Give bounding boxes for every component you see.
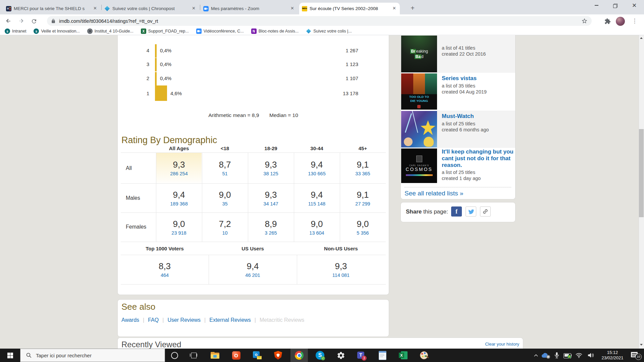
voters-col-header: Top 1000 Voters (121, 246, 209, 251)
tab-imdb-active[interactable]: IMDb Sur écoute (TV Series 2002–2008 ✕ (299, 3, 400, 14)
scrollbar-thumb[interactable] (639, 129, 644, 217)
scrollbar-down-arrow[interactable] (640, 344, 643, 346)
awards-link[interactable]: Awards (121, 317, 139, 323)
votes-link[interactable]: 38 125 (263, 171, 278, 176)
votes-link[interactable]: 51 (222, 171, 227, 176)
avatar[interactable] (616, 17, 625, 26)
tab-chronopost[interactable]: Suivez votre colis | Chronopost ✕ (102, 3, 199, 14)
list-title-link[interactable]: Must-Watch (442, 113, 514, 120)
votes-link[interactable]: 27 299 (355, 201, 370, 206)
votes-link[interactable]: 35 (222, 201, 227, 206)
votes-link[interactable]: 189 368 (170, 201, 187, 206)
copy-link-share-button[interactable] (480, 206, 491, 217)
user-reviews-link[interactable]: User Reviews (167, 317, 201, 323)
poster-must-watch-anime[interactable] (401, 111, 437, 147)
votes-link[interactable]: 3 265 (265, 230, 277, 236)
demo-cell: 9,013 604 (294, 213, 340, 242)
list-title-link[interactable]: Series vistas (442, 75, 514, 82)
volume-icon[interactable] (586, 351, 596, 360)
file-explorer-icon[interactable] (210, 351, 220, 360)
tab-zoom[interactable]: Mes paramètres - Zoom ✕ (201, 3, 298, 14)
clear-history-link[interactable]: Clear your history (472, 342, 519, 347)
close-icon[interactable]: ✕ (391, 6, 397, 11)
twitter-share-button[interactable] (466, 206, 476, 217)
close-icon[interactable]: ✕ (92, 6, 98, 11)
facebook-share-button[interactable]: f (451, 206, 462, 217)
bookmark-institut[interactable]: Institut_4 10-Guide... (87, 28, 133, 34)
votes-link[interactable]: 114 081 (332, 273, 350, 278)
tray-time: 15:12 (598, 350, 627, 355)
bookmark-star-icon[interactable] (581, 18, 588, 24)
demo-row-label: Females (126, 224, 146, 230)
extensions-puzzle-icon[interactable] (603, 17, 612, 25)
teams-icon[interactable]: T 3 (357, 351, 366, 360)
forward-button[interactable] (17, 17, 25, 25)
wifi-icon[interactable] (574, 351, 584, 360)
votes-link[interactable]: 115 148 (308, 201, 325, 206)
minimize-button[interactable] (589, 0, 604, 11)
histogram-bar[interactable] (155, 44, 157, 58)
back-button[interactable] (4, 17, 13, 25)
close-icon[interactable]: ✕ (191, 6, 197, 11)
poster-breaking-bad[interactable]: Breaking Bad (401, 36, 437, 72)
close-window-button[interactable]: ✕ (627, 0, 642, 11)
outlook-icon[interactable]: o (253, 351, 262, 360)
notification-center-icon[interactable]: 10 (630, 351, 642, 360)
list-title-link[interactable]: It'll keep changing but you cant just no… (442, 148, 514, 169)
office-icon[interactable]: O (231, 351, 241, 360)
bookmark-videoconference[interactable]: Vidéoconférence, C... (196, 28, 244, 34)
address-bar[interactable]: imdb.com/title/tt0306414/ratings?ref_=tt… (47, 16, 592, 26)
votes-link[interactable]: 13 604 (309, 230, 324, 236)
cortana-icon[interactable] (170, 351, 179, 360)
excel-icon[interactable]: X (398, 351, 408, 360)
votes-link[interactable]: 33 365 (355, 171, 370, 176)
votes-link[interactable]: 5 356 (357, 230, 369, 236)
votes-link[interactable]: 34 147 (263, 201, 278, 206)
microphone-icon[interactable] (552, 351, 561, 360)
battery-icon[interactable]: ⚡ (563, 351, 572, 360)
votes-link[interactable]: 23 918 (171, 230, 186, 236)
external-reviews-link[interactable]: External Reviews (209, 317, 251, 323)
brave-icon[interactable] (273, 351, 283, 360)
bookmark-veille[interactable]: s Veille et Innovation... (34, 28, 79, 34)
close-icon[interactable]: ✕ (289, 6, 295, 11)
faq-link[interactable]: FAQ (148, 317, 159, 323)
demo-cell: 9,035 (202, 183, 248, 213)
metacritic-reviews-disabled: Metacritic Reviews (260, 317, 304, 323)
demo-col-header: 18-29 (248, 145, 294, 151)
settings-gear-icon[interactable] (336, 351, 345, 360)
tray-chevron-icon[interactable] (531, 351, 541, 360)
scrollbar-up-arrow[interactable] (640, 37, 643, 39)
paint-icon[interactable] (419, 351, 429, 360)
histogram-bar[interactable] (155, 72, 157, 85)
votes-link[interactable]: 46 201 (245, 273, 260, 278)
bookmark-chronopost[interactable]: Suivez votre colis |... (306, 28, 352, 34)
histogram-bar[interactable] (155, 58, 157, 71)
histogram-score: 4 (139, 48, 149, 53)
task-view-icon[interactable] (189, 351, 198, 360)
browser-menu-icon[interactable]: ⋮ (631, 16, 638, 26)
clock[interactable]: 15:12 23/02/2021 (598, 350, 627, 361)
bookmark-bloc-notes[interactable]: N Bloc-notes de Assis... (251, 28, 299, 34)
bookmark-support-foad[interactable]: X Support_FOAD_rep... (141, 28, 189, 34)
tab-mail[interactable]: o MERCI pour la série The SHIELD s ✕ (3, 3, 101, 14)
reload-button[interactable] (30, 17, 38, 25)
notepad-icon[interactable] (378, 351, 387, 360)
histogram-bar[interactable] (155, 85, 167, 101)
chrome-icon[interactable] (294, 351, 304, 360)
poster-cosmos[interactable]: CARL SAGAN'S COSMOS (401, 148, 437, 183)
see-all-related-lists-link[interactable]: See all related lists » (405, 190, 463, 197)
start-button[interactable] (0, 349, 20, 362)
onedrive-icon[interactable] (541, 351, 550, 360)
new-tab-button[interactable]: + (408, 3, 417, 13)
skype-icon[interactable]: S ✓ (315, 351, 325, 360)
votes-link[interactable]: 10 (222, 230, 227, 236)
votes-link[interactable]: 464 (161, 273, 169, 278)
bookmark-intranet[interactable]: s Intranet (5, 28, 26, 34)
taskbar-search-input[interactable]: Taper ici pour rechercher (20, 349, 165, 362)
votes-link[interactable]: 286 254 (170, 171, 187, 176)
poster-too-old-to-die-young[interactable]: TOO OLD TODIE YOUNG (401, 73, 437, 110)
url-text: imdb.com/title/tt0306414/ratings?ref_=tt… (59, 18, 581, 24)
votes-link[interactable]: 130 665 (308, 171, 325, 176)
maximize-button[interactable] (607, 0, 623, 11)
